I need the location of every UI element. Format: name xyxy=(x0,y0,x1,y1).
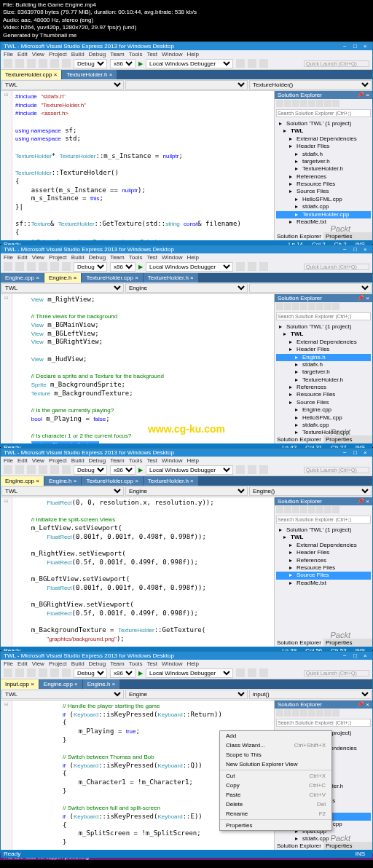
menu-item[interactable]: Test xyxy=(146,457,157,464)
exp-tool-icon[interactable] xyxy=(300,506,307,513)
new-icon[interactable] xyxy=(27,465,36,474)
tree-node[interactable]: ▸Resource Files xyxy=(276,564,371,572)
scope-select[interactable]: TWL xyxy=(1,80,124,90)
explorer-search[interactable] xyxy=(276,516,371,524)
tree-node[interactable]: ▸targetver.h xyxy=(276,368,371,376)
explorer-tab[interactable]: Properties xyxy=(323,435,354,443)
quick-launch[interactable]: Quick Launch (Ctrl+Q) xyxy=(304,60,369,67)
editor-tab[interactable]: TextureHolder.h × xyxy=(144,476,198,486)
exp-tool-icon[interactable] xyxy=(292,709,299,717)
editor-tab[interactable]: Input.cpp × xyxy=(1,679,39,689)
tree-node[interactable]: ▸Source Files xyxy=(276,399,371,406)
menu-item[interactable]: Debug xyxy=(89,457,106,464)
tree-node[interactable]: ▸References xyxy=(276,557,371,564)
exp-tool-icon[interactable] xyxy=(276,100,283,107)
menu-item[interactable]: Edit xyxy=(17,660,28,667)
minimize-icon[interactable]: − xyxy=(343,449,349,455)
exp-tool-icon[interactable] xyxy=(324,100,331,107)
editor-tab[interactable]: Engine.cpp × xyxy=(1,476,44,486)
explorer-tab[interactable]: Properties xyxy=(323,639,354,647)
menu-item[interactable]: Window xyxy=(162,254,182,261)
tree-node[interactable]: ▸stdafx.h xyxy=(276,151,371,158)
new-icon[interactable] xyxy=(27,59,36,68)
tool-icon[interactable] xyxy=(259,465,268,474)
tree-node[interactable]: ▸TWL xyxy=(276,331,371,338)
pin-icon[interactable]: 📌 × xyxy=(357,701,369,708)
menu-item[interactable]: Window xyxy=(162,457,182,464)
tree-node[interactable]: ▸Header Files xyxy=(276,143,371,150)
menu-item[interactable]: Team xyxy=(110,51,125,58)
scope-select[interactable]: TWL xyxy=(1,486,124,496)
menu-item[interactable]: Team xyxy=(110,457,125,464)
context-menu-item[interactable]: Add xyxy=(220,731,331,741)
tree-node[interactable]: ▸Resource Files xyxy=(276,181,371,188)
editor-tab[interactable]: TextureHolder.cpp × xyxy=(1,70,61,79)
tree-node[interactable]: ▸stdafx.cpp xyxy=(276,422,371,429)
exp-tool-icon[interactable] xyxy=(308,506,315,513)
minimize-icon[interactable]: − xyxy=(343,246,349,252)
tree-node[interactable]: ▸ReadMe.txt xyxy=(276,218,371,226)
exp-tool-icon[interactable] xyxy=(292,506,299,513)
scope-select[interactable]: TextureHolder() xyxy=(249,80,372,90)
tree-node[interactable]: ▸Solution 'TWL' (1 project) xyxy=(276,323,371,331)
tree-node[interactable]: ▸References xyxy=(276,384,371,391)
exp-tool-icon[interactable] xyxy=(324,303,331,310)
exp-tool-icon[interactable] xyxy=(316,100,323,107)
code-editor[interactable]: ⊟#include "stdafx.h" #include "TextureHo… xyxy=(1,91,274,240)
scope-select[interactable]: TWL xyxy=(1,690,124,699)
menu-item[interactable]: Team xyxy=(110,660,125,667)
editor-tab[interactable]: Engine.h × xyxy=(83,679,119,689)
explorer-tab[interactable]: Properties xyxy=(323,232,354,240)
tree-node[interactable]: ▸TextureHolder.cpp xyxy=(276,429,371,435)
tree-node[interactable]: ▸Header Files xyxy=(276,549,371,556)
platform-select[interactable]: x86 xyxy=(110,465,136,475)
context-menu-item[interactable]: PasteCtrl+V xyxy=(220,790,331,800)
new-icon[interactable] xyxy=(27,668,36,677)
exp-tool-icon[interactable] xyxy=(300,100,307,107)
tree-node[interactable]: ▸TextureHolder.h xyxy=(276,376,371,384)
debugger-select[interactable]: Local Windows Debugger xyxy=(146,59,233,68)
exp-tool-icon[interactable] xyxy=(308,100,315,107)
tree-node[interactable]: ▸HelloSFML.cpp xyxy=(276,414,371,422)
tree-node[interactable]: ▸TextureHolder.cpp xyxy=(276,211,371,218)
config-select[interactable]: Debug xyxy=(74,465,107,475)
tool-icon[interactable] xyxy=(236,668,245,677)
exp-tool-icon[interactable] xyxy=(284,303,291,310)
close-icon[interactable]: × xyxy=(364,449,369,455)
menu-item[interactable]: Team xyxy=(110,254,125,261)
exp-tool-icon[interactable] xyxy=(276,709,283,717)
quick-launch[interactable]: Quick Launch (Ctrl+Q) xyxy=(304,264,369,270)
menu-item[interactable]: Window xyxy=(162,660,182,667)
menu-item[interactable]: View xyxy=(32,254,44,261)
close-icon[interactable]: × xyxy=(364,652,369,658)
save-icon[interactable] xyxy=(50,59,59,68)
maximize-icon[interactable]: □ xyxy=(353,652,359,658)
context-menu-item[interactable]: New Solution Explorer View xyxy=(220,760,331,769)
menu-item[interactable]: Project xyxy=(49,51,67,58)
tree-node[interactable]: ▸stdafx.cpp xyxy=(276,835,371,842)
exp-tool-icon[interactable] xyxy=(276,506,283,513)
exp-tool-icon[interactable] xyxy=(284,709,291,717)
pin-icon[interactable]: 📌 × xyxy=(357,295,369,301)
exp-tool-icon[interactable] xyxy=(308,303,315,310)
menu-item[interactable]: Tools xyxy=(129,660,143,667)
tool-icon[interactable] xyxy=(259,668,268,677)
tree-node[interactable]: ▸References xyxy=(276,173,371,181)
editor-tab[interactable]: TextureHolder.cpp × xyxy=(82,476,142,486)
menu-item[interactable]: Debug xyxy=(89,254,106,261)
code-content[interactable]: View m_RightView; // Three views for the… xyxy=(12,294,274,443)
open-icon[interactable] xyxy=(39,465,47,474)
tree-node[interactable]: ▸External Dependencies xyxy=(276,339,371,346)
menu-item[interactable]: Debug xyxy=(89,660,106,667)
menu-item[interactable]: Tools xyxy=(129,51,143,58)
config-select[interactable]: Debug xyxy=(74,668,107,678)
nav-fwd-icon[interactable] xyxy=(15,262,24,271)
maximize-icon[interactable]: □ xyxy=(353,43,359,49)
code-content[interactable]: #include "stdafx.h" #include "TextureHol… xyxy=(12,91,274,240)
tree-node[interactable]: ▸External Dependencies xyxy=(276,135,371,143)
context-menu-item[interactable]: DeleteDel xyxy=(220,800,331,809)
menu-item[interactable]: Test xyxy=(146,660,157,667)
tree-node[interactable]: ▸Source Files xyxy=(276,188,371,195)
menu-item[interactable]: File xyxy=(4,254,13,261)
explorer-search[interactable] xyxy=(276,719,371,727)
